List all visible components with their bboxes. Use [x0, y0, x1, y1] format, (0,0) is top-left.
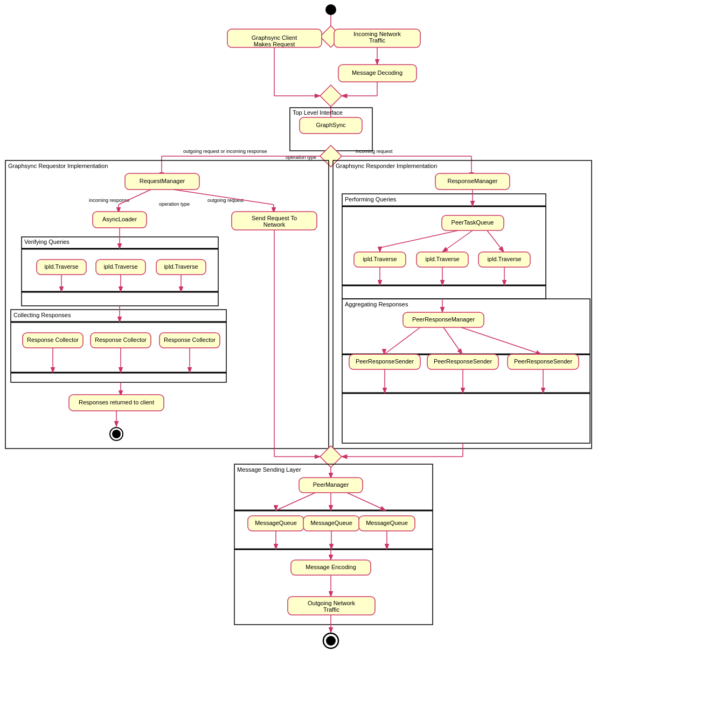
diagram-container: Graphsync Client Makes Request Incoming …	[0, 0, 708, 728]
arrow-prm-to-prs3	[461, 327, 542, 354]
ipld-traverse3-label: ipld.Traverse	[164, 263, 198, 270]
message-encoding-label: Message Encoding	[306, 564, 356, 570]
graphsync-label: GraphSync	[316, 122, 346, 128]
message-queue3-label: MessageQueue	[366, 520, 408, 526]
peer-response-sender3-label: PeerResponseSender	[514, 358, 573, 365]
message-sending-label: Message Sending Layer	[237, 466, 301, 473]
graphsync-client-label: Graphsync Client	[252, 34, 297, 41]
send-request-label1: Send Request To	[252, 215, 297, 221]
response-collector1-label: Response Collector	[27, 337, 79, 343]
response-manager-label: ResponseManager	[448, 178, 498, 184]
arrow-prm-to-prs2	[443, 327, 462, 354]
ipld-traverse6-label: ipld.Traverse	[487, 256, 521, 262]
start-circle	[325, 4, 336, 15]
incoming-network-traffic-label2: Traffic	[369, 37, 385, 44]
arrow-ptq-to-ipld4	[380, 230, 458, 248]
response-collector3-label: Response Collector	[164, 337, 216, 343]
incoming-request-label: incoming request	[356, 149, 393, 154]
peer-response-sender2-label: PeerResponseSender	[434, 358, 492, 365]
requestor-label: Graphsync Requestor Implementation	[8, 163, 108, 169]
ipld-traverse4-label: ipld.Traverse	[363, 256, 397, 262]
ipld-traverse2-label: ipld.Traverse	[103, 263, 137, 270]
peer-response-sender1-label: PeerResponseSender	[356, 358, 414, 365]
send-request-label2: Network	[263, 221, 286, 228]
arrow-pm-to-mq1	[276, 493, 315, 510]
outgoing-or-incoming-label: outgoing request or incoming response	[183, 149, 267, 154]
responder-label: Graphsync Responder Implementation	[336, 163, 437, 169]
async-loader-label: AsyncLoader	[102, 216, 137, 222]
arrow-ptq-to-ipld6	[487, 230, 504, 252]
diamond-merge1	[320, 85, 342, 107]
message-queue1-label: MessageQueue	[255, 520, 297, 526]
collecting-responses-label: Collecting Responses	[13, 312, 71, 318]
outgoing-network-traffic-label2: Traffic	[323, 606, 339, 613]
graphsync-client-label2: Makes Request	[254, 41, 295, 47]
arrow-ptq-to-ipld5	[442, 230, 473, 252]
response-collector2-label: Response Collector	[95, 337, 147, 343]
performing-queries-label: Performing Queries	[345, 196, 397, 202]
operation-type-right-label: operation type	[159, 201, 190, 207]
arrow-rm-to-async-h	[119, 190, 151, 205]
responses-returned-label: Responses returned to client	[79, 399, 154, 405]
message-queue2-label: MessageQueue	[310, 520, 352, 526]
request-manager-label: RequestManager	[140, 178, 185, 184]
top-level-interface-label: Top Level Interface	[293, 109, 343, 116]
performing-queries-container	[342, 194, 546, 299]
aggregating-responses-label: Aggregating Responses	[345, 301, 408, 307]
outgoing-network-traffic-label1: Outgoing Network	[308, 600, 356, 606]
outgoing-request-label: outgoing request	[207, 198, 244, 203]
ipld-traverse5-label: ipld.Traverse	[425, 256, 459, 262]
end-circle-bottom-inner	[326, 636, 336, 646]
end-circle-requestor-inner	[112, 430, 121, 438]
peer-task-queue-label: PeerTaskQueue	[452, 219, 494, 226]
arrow-pm-to-mq3	[347, 493, 386, 510]
ipld-traverse1-label: ipld.Traverse	[44, 263, 78, 270]
peer-manager-label: PeerManager	[313, 481, 349, 488]
message-decoding-label: Message Decoding	[352, 69, 402, 76]
arrow-prm-to-prs1	[384, 327, 420, 354]
verifying-queries-label: Verifying Queries	[24, 239, 70, 245]
incoming-network-traffic-label1: Incoming Network	[353, 31, 401, 37]
peer-response-manager-label: PeerResponseManager	[412, 316, 475, 323]
operation-type-left-label: operation type	[286, 155, 316, 160]
